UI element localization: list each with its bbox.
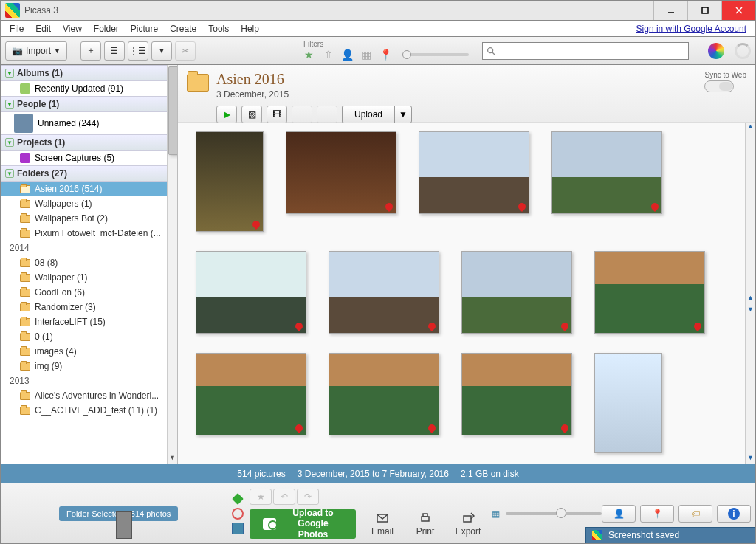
slideshow-button[interactable]: ▶ <box>216 106 237 123</box>
scroll-down-icon[interactable]: ▼ <box>746 454 755 464</box>
tray-stack-icon <box>116 511 132 539</box>
photo-thumbnail[interactable] <box>551 131 662 214</box>
tree-icon: ⋮☰ <box>129 46 146 56</box>
menu-folder[interactable]: Folder <box>88 22 125 35</box>
search-input[interactable] <box>496 46 685 56</box>
sidebar-folder[interactable]: Wallpapers Bot (2) <box>1 211 177 226</box>
photo-thumbnail[interactable] <box>286 131 396 214</box>
search-box[interactable] <box>482 42 689 60</box>
sidebar-folder[interactable]: Alice's Adventures in Wonderl... <box>1 388 177 403</box>
export-button[interactable]: Export <box>452 512 484 537</box>
scroll-up-icon[interactable]: ▲ <box>746 123 755 133</box>
rotate-left-icon: ↶ <box>281 492 288 502</box>
star-icon: ★ <box>257 492 265 502</box>
geo-pin-icon <box>427 423 437 433</box>
sidebar-folder[interactable]: Randomizer (3) <box>1 300 177 314</box>
scroll-down-icon[interactable]: ▼ <box>746 306 755 316</box>
clear-button[interactable] <box>232 508 244 520</box>
menu-create[interactable]: Create <box>164 22 202 35</box>
tag-people-button[interactable]: 👤 <box>602 505 636 523</box>
menu-file[interactable]: File <box>4 22 30 35</box>
print-button[interactable]: Print <box>409 512 441 537</box>
photo-thumbnail[interactable] <box>594 353 662 453</box>
photo-thumbnail[interactable] <box>461 353 572 435</box>
import-button[interactable]: 📷 Import ▼ <box>5 41 67 61</box>
sign-in-link[interactable]: Sign in with Google Account <box>636 24 752 34</box>
sidebar-folder[interactable]: img (9) <box>1 359 177 373</box>
menu-help[interactable]: Help <box>235 22 265 35</box>
thumbnail-size-slider[interactable] <box>506 512 602 515</box>
tag-places-button[interactable]: 📍 <box>640 505 674 523</box>
sidebar-folder-asien-2016[interactable]: Asien 2016 (514) <box>1 182 177 196</box>
tag-tags-button[interactable]: 🏷 <box>678 505 712 523</box>
upload-google-photos-button[interactable]: Upload to GooglePhotos <box>250 509 356 539</box>
sidebar-header-folders[interactable]: ▼Folders (27) <box>1 165 177 182</box>
filter-slider[interactable] <box>402 53 469 56</box>
filters-group: Filters ★ ⇧ 👤 ▦ 📍 <box>302 40 469 61</box>
email-button[interactable]: Email <box>366 512 399 537</box>
photo-thumbnail[interactable] <box>196 131 264 232</box>
photo-thumbnail[interactable] <box>329 353 439 435</box>
upload-button[interactable]: Upload ▼ <box>342 106 412 123</box>
hold-button[interactable] <box>232 493 244 505</box>
sidebar-folder[interactable]: images (4) <box>1 344 177 359</box>
sidebar-folder[interactable]: GoodFon (6) <box>1 285 177 300</box>
notification-toast[interactable]: Screenshot saved <box>585 527 755 543</box>
sidebar-item-unnamed[interactable]: Unnamed (244) <box>1 112 177 134</box>
flat-view-button[interactable]: ☰ <box>104 41 125 61</box>
sidebar-header-albums[interactable]: ▼Albums (1) <box>1 65 177 81</box>
add-folder-button[interactable]: ＋ <box>80 41 101 61</box>
maximize-button[interactable] <box>687 1 721 20</box>
photo-thumbnail[interactable] <box>461 251 572 334</box>
tree-view-button[interactable]: ⋮☰ <box>128 41 148 61</box>
scroll-down-icon[interactable]: ▼ <box>168 454 177 464</box>
sidebar-header-projects[interactable]: ▼Projects (1) <box>1 134 177 151</box>
collage-button[interactable]: ▧ <box>241 106 262 123</box>
thumbs-scrollbar[interactable]: ▲ ▲ ▼ ▼ <box>745 123 755 464</box>
rotate-left-button[interactable]: ↶ <box>273 489 295 505</box>
scissors-button[interactable]: ✂ <box>175 41 196 61</box>
movie-button[interactable]: 🎞 <box>267 106 287 123</box>
filter-geo-icon[interactable]: 📍 <box>379 48 394 61</box>
menu-tools[interactable]: Tools <box>202 22 235 35</box>
sidebar-item-recently-updated[interactable]: Recently Updated (91) <box>1 81 177 96</box>
photo-thumbnail[interactable] <box>594 251 705 334</box>
geo-pin-icon <box>384 202 394 212</box>
sidebar-folder[interactable]: C__ACTIVE_ADD_test (11) (1) <box>1 403 177 418</box>
filter-movie-icon[interactable]: ▦ <box>360 48 374 61</box>
sidebar-folder[interactable]: InterfaceLIFT (15) <box>1 314 177 329</box>
sidebar-folder[interactable]: 08 (8) <box>1 255 177 270</box>
menubar: File Edit View Folder Picture Create Too… <box>0 21 756 37</box>
add-to-button[interactable] <box>232 523 244 534</box>
star-button[interactable]: ★ <box>250 489 272 505</box>
minimize-button[interactable] <box>653 1 687 20</box>
sidebar-folder[interactable]: Wallpaper (1) <box>1 270 177 285</box>
avatar-icon <box>14 114 33 133</box>
photo-thumbnail[interactable] <box>419 131 529 214</box>
photo-thumbnail[interactable] <box>196 353 306 435</box>
sidebar-item-screen-captures[interactable]: Screen Captures (5) <box>1 151 177 165</box>
scroll-up-icon[interactable]: ▲ <box>746 294 755 304</box>
google-photos-icon[interactable] <box>708 43 724 59</box>
photo-thumbnail[interactable] <box>329 251 439 334</box>
info-button[interactable]: i <box>717 505 751 523</box>
sync-toggle[interactable] <box>704 80 734 92</box>
view-dropdown[interactable]: ▼ <box>151 41 172 61</box>
filter-face-icon[interactable]: 👤 <box>340 48 355 61</box>
menu-picture[interactable]: Picture <box>125 22 164 35</box>
filter-star-icon[interactable]: ★ <box>302 48 317 61</box>
filter-upload-icon[interactable]: ⇧ <box>321 48 336 61</box>
sidebar-folder[interactable]: 0 (1) <box>1 329 177 344</box>
recent-icon <box>20 83 30 94</box>
sidebar-scrollbar[interactable]: ▼ <box>167 65 177 464</box>
sidebar-header-people[interactable]: ▼People (1) <box>1 96 177 112</box>
sidebar-folder[interactable]: Pixum Fotowelt_mcf-Dateien (... <box>1 226 177 241</box>
photo-thumbnail[interactable] <box>196 251 306 334</box>
close-button[interactable] <box>721 1 755 20</box>
folder-icon <box>20 215 30 223</box>
folder-icon <box>20 230 30 238</box>
sidebar-folder[interactable]: Wallpapers (1) <box>1 196 177 211</box>
menu-edit[interactable]: Edit <box>30 22 57 35</box>
menu-view[interactable]: View <box>57 22 88 35</box>
rotate-right-button[interactable]: ↷ <box>297 489 319 505</box>
